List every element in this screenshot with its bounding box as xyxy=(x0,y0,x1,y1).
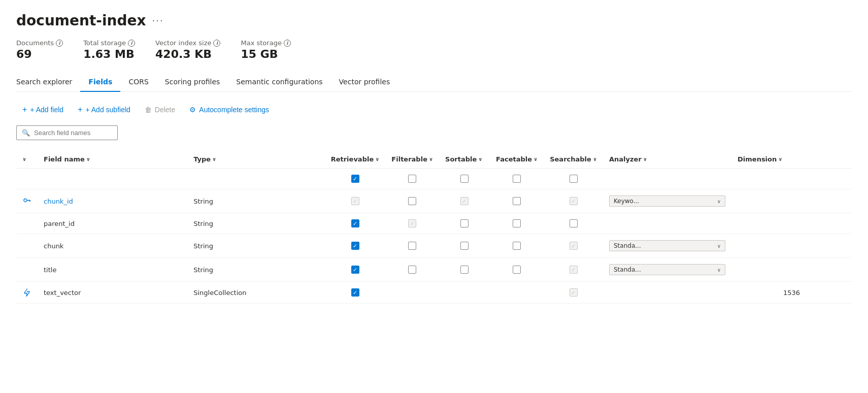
tab-search-explorer[interactable]: Search explorer xyxy=(16,73,80,92)
info-icon: i xyxy=(56,40,63,47)
th-expand[interactable]: ∨ xyxy=(16,150,38,169)
th-field-name[interactable]: Field name ∨ xyxy=(38,150,187,169)
facetable-cell[interactable] xyxy=(490,258,544,282)
header-facetable-checkbox-cell[interactable] xyxy=(490,169,544,189)
sortable-cell[interactable] xyxy=(439,189,490,213)
sortable-header-label: Sortable xyxy=(445,155,477,163)
sortable-cell[interactable] xyxy=(439,213,490,234)
searchable-cell[interactable] xyxy=(544,189,603,213)
cb-blue[interactable] xyxy=(351,219,359,227)
facetable-cell[interactable] xyxy=(490,213,544,234)
cb-gray[interactable] xyxy=(570,242,578,250)
analyzer-cell[interactable]: Keywo... ∨ xyxy=(603,189,731,213)
th-dimension[interactable]: Dimension ∨ xyxy=(731,150,852,169)
th-facetable[interactable]: Facetable ∨ xyxy=(490,150,544,169)
cb-empty[interactable] xyxy=(408,266,416,274)
header-searchable-checkbox-cell[interactable] xyxy=(544,169,603,189)
cb-empty[interactable] xyxy=(513,242,521,250)
analyzer-cell[interactable]: Standa... ∨ xyxy=(603,258,731,282)
svg-point-0 xyxy=(24,199,27,202)
cb-empty[interactable] xyxy=(408,197,416,205)
facetable-cell[interactable] xyxy=(490,282,544,304)
add-subfield-button[interactable]: + + Add subfield xyxy=(72,102,137,117)
cb-empty[interactable] xyxy=(460,219,469,227)
stat-label: Total storage i xyxy=(83,39,135,47)
field-name-link[interactable]: chunk_id xyxy=(44,198,73,205)
filterable-cell[interactable] xyxy=(385,189,439,213)
th-sortable[interactable]: Sortable ∨ xyxy=(439,150,490,169)
cb-empty[interactable] xyxy=(460,242,469,250)
sortable-cell[interactable] xyxy=(439,282,490,304)
analyzer-dropdown[interactable]: Standa... ∨ xyxy=(609,264,725,275)
tab-cors[interactable]: CORS xyxy=(120,73,156,92)
header-retrievable-checkbox[interactable] xyxy=(351,175,359,183)
retrievable-cell[interactable] xyxy=(325,258,386,282)
searchable-cell[interactable] xyxy=(544,213,603,234)
th-analyzer[interactable]: Analyzer ∨ xyxy=(603,150,731,169)
header-sortable-checkbox[interactable] xyxy=(460,175,469,183)
tab-semantic-configurations[interactable]: Semantic configurations xyxy=(228,73,330,92)
add-field-button[interactable]: + + Add field xyxy=(16,102,70,117)
header-retrievable-checkbox-cell[interactable] xyxy=(325,169,386,189)
th-type[interactable]: Type ∨ xyxy=(187,150,324,169)
cb-blue[interactable] xyxy=(351,242,359,250)
type-cell: String xyxy=(187,213,324,234)
retrievable-cell[interactable] xyxy=(325,234,386,258)
cb-gray[interactable] xyxy=(570,197,578,205)
retrievable-cell[interactable] xyxy=(325,189,386,213)
autocomplete-settings-button[interactable]: ⚙ Autocomplete settings xyxy=(183,103,275,117)
stat-label: Max storage i xyxy=(241,39,290,47)
more-options-ellipsis[interactable]: ··· xyxy=(152,15,164,26)
cb-blue[interactable] xyxy=(351,288,359,297)
analyzer-dropdown[interactable]: Keywo... ∨ xyxy=(609,195,725,207)
filterable-cell[interactable] xyxy=(385,258,439,282)
searchable-cell[interactable] xyxy=(544,282,603,304)
filterable-cell[interactable] xyxy=(385,282,439,304)
cb-gray[interactable] xyxy=(351,197,359,205)
filterable-cell[interactable] xyxy=(385,234,439,258)
cb-empty[interactable] xyxy=(513,219,521,227)
cb-empty[interactable] xyxy=(460,266,469,274)
filterable-cell[interactable] xyxy=(385,213,439,234)
filterable-header-label: Filterable xyxy=(391,155,427,163)
delete-button[interactable]: 🗑 Delete xyxy=(139,103,181,117)
searchable-cell[interactable] xyxy=(544,258,603,282)
cb-gray[interactable] xyxy=(570,266,578,274)
tab-vector-profiles[interactable]: Vector profiles xyxy=(331,73,398,92)
retrievable-cell[interactable] xyxy=(325,282,386,304)
tab-fields[interactable]: Fields xyxy=(80,73,120,92)
header-filterable-checkbox[interactable] xyxy=(408,175,416,183)
analyzer-header-label: Analyzer xyxy=(609,155,642,163)
tab-scoring-profiles[interactable]: Scoring profiles xyxy=(157,73,228,92)
analyzer-cell[interactable] xyxy=(603,282,731,304)
cb-empty[interactable] xyxy=(513,266,521,274)
search-field-names-input[interactable] xyxy=(34,129,112,137)
sortable-cell[interactable] xyxy=(439,234,490,258)
filterable-sort-icon: ∨ xyxy=(429,156,433,162)
sortable-cell[interactable] xyxy=(439,258,490,282)
cb-blue[interactable] xyxy=(351,266,359,274)
cb-gray[interactable] xyxy=(460,197,469,205)
facetable-cell[interactable] xyxy=(490,234,544,258)
facetable-cell[interactable] xyxy=(490,189,544,213)
analyzer-cell[interactable] xyxy=(603,213,731,234)
searchable-sort-icon: ∨ xyxy=(593,156,597,162)
header-filterable-checkbox-cell[interactable] xyxy=(385,169,439,189)
field-name-text: text_vector xyxy=(44,289,81,297)
header-facetable-checkbox[interactable] xyxy=(513,175,521,183)
retrievable-cell[interactable] xyxy=(325,213,386,234)
header-sortable-checkbox-cell[interactable] xyxy=(439,169,490,189)
cb-gray[interactable] xyxy=(408,219,416,227)
cb-gray[interactable] xyxy=(570,288,578,297)
th-filterable[interactable]: Filterable ∨ xyxy=(385,150,439,169)
header-searchable-checkbox[interactable] xyxy=(570,175,578,183)
searchable-cell[interactable] xyxy=(544,234,603,258)
th-retrievable[interactable]: Retrievable ∨ xyxy=(325,150,386,169)
add-field-label: + Add field xyxy=(30,106,63,114)
analyzer-cell[interactable]: Standa... ∨ xyxy=(603,234,731,258)
th-searchable[interactable]: Searchable ∨ xyxy=(544,150,603,169)
cb-empty[interactable] xyxy=(513,197,521,205)
cb-empty[interactable] xyxy=(408,242,416,250)
cb-empty[interactable] xyxy=(570,219,578,227)
analyzer-dropdown[interactable]: Standa... ∨ xyxy=(609,240,725,251)
